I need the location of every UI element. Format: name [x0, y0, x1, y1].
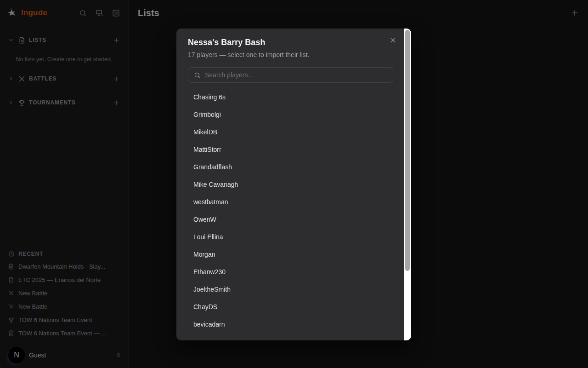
player-row[interactable]: JoeltheSmith: [188, 281, 393, 298]
player-row[interactable]: ChayDS: [188, 298, 393, 316]
dialog-title: Nessa's Barry Bash: [188, 37, 400, 48]
player-row[interactable]: Morgan: [188, 246, 393, 263]
import-player-list-dialog: Nessa's Barry Bash 17 players — select o…: [176, 29, 411, 340]
player-row[interactable]: MattiStorr: [188, 141, 393, 158]
player-row[interactable]: Chasing 6s: [188, 88, 393, 106]
dialog-subtitle: 17 players — select one to import their …: [188, 51, 400, 59]
player-row[interactable]: Grimbolgi: [188, 106, 393, 123]
search-players-input[interactable]: [205, 71, 387, 79]
player-row[interactable]: Mike Cavanagh: [188, 176, 393, 193]
player-row[interactable]: OwenW: [188, 211, 393, 228]
player-search-box: [188, 67, 393, 83]
scrollbar-thumb[interactable]: [405, 30, 410, 271]
player-row[interactable]: Loui Ellina: [188, 228, 393, 246]
close-icon[interactable]: [388, 35, 398, 46]
player-row[interactable]: Grandadflash: [188, 158, 393, 176]
player-row[interactable]: westbatman: [188, 193, 393, 211]
player-row[interactable]: Ethanw230: [188, 263, 393, 281]
dialog-content: Nessa's Barry Bash 17 players — select o…: [176, 29, 404, 340]
search-icon: [194, 72, 201, 79]
player-row[interactable]: MikelDB: [188, 123, 393, 141]
scrollbar[interactable]: [404, 29, 411, 340]
player-row[interactable]: bevicadarn: [188, 316, 393, 333]
player-list: Chasing 6s Grimbolgi MikelDB MattiStorr …: [188, 88, 393, 333]
